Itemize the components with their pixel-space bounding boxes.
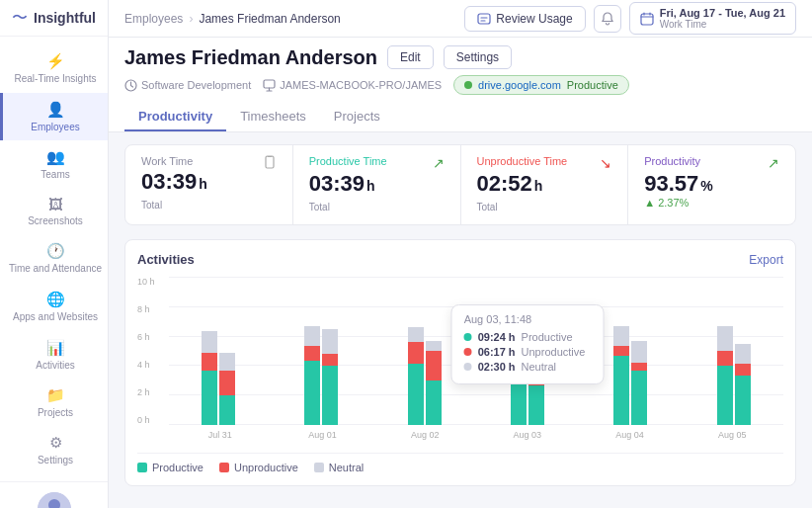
sidebar-item-projects[interactable]: 📁 Projects [0,379,108,426]
bar-group-aug03: Aug 03, 11:48 09:24 h Productive 06:17 h [478,309,577,425]
employee-tabs: Productivity Timesheets Projects [124,103,796,131]
bar-unproductive [717,351,733,366]
teams-icon: 👥 [46,148,65,166]
edit-button[interactable]: Edit [387,45,434,69]
productive-time-label: Productive Time [309,155,387,167]
stat-card-work-time: Work Time 03:39 h Total [125,145,293,224]
tooltip-val-unproductive: 06:17 h [478,346,516,358]
productive-time-sub: Total [309,202,330,212]
bar-stack-1b [219,353,235,425]
real-time-icon: ⚡ [46,52,65,70]
sidebar-item-activities[interactable]: 📊 Activities [0,331,108,379]
tooltip-dot-productive [464,333,472,341]
sidebar-nav: ⚡ Real-Time Insights 👤 Employees 👥 Teams… [0,37,108,481]
bar-group-jul31 [169,331,268,425]
stat-card-unproductive-time: Unproductive Time ↘ 02:52 h Total [461,145,629,224]
svg-rect-7 [266,156,274,168]
bar-unproductive [613,346,629,356]
bar-stack-6b [735,344,751,425]
bar-productive [735,376,751,425]
bar-stack-5a [613,326,629,425]
sidebar-item-employees[interactable]: 👤 Employees [0,93,108,140]
active-url: drive.google.com [478,79,561,91]
bars-area: Aug 03, 11:48 09:24 h Productive 06:17 h [169,277,783,425]
sidebar-item-label: Time and Attendance [9,263,102,275]
bar-stack-1a [202,331,217,425]
breadcrumb: Employees › James Friedman Anderson [124,12,341,26]
tab-timesheets[interactable]: Timesheets [226,103,320,131]
employee-header: James Friedman Anderson Edit Settings So… [109,38,812,132]
export-button[interactable]: Export [749,253,783,267]
apps-icon: 🌐 [46,291,65,308]
tooltip-lbl-unproductive: Unproductive [522,346,586,358]
active-status: Productive [567,79,618,91]
productivity-trend-icon: ↗ [768,155,779,171]
bar-productive [202,371,217,425]
work-time-sub: Total [141,200,162,211]
bar-neutral [219,353,235,371]
sidebar-item-screenshots[interactable]: 🖼 Screenshots [0,188,108,234]
sidebar-item-label: Settings [38,455,73,466]
chart-legend: Productive Unproductive Neutral [137,453,783,473]
bar-neutral [717,326,733,351]
app-logo[interactable]: 〜 Insightful [0,0,108,37]
tooltip-row-neutral: 02:30 h Neutral [464,361,592,373]
sidebar-item-label: Teams [41,169,69,180]
sidebar-item-teams[interactable]: 👥 Teams [0,140,108,188]
unproductive-time-label: Unproductive Time [477,155,568,167]
y-label-2h: 2 h [137,387,169,397]
breadcrumb-parent[interactable]: Employees [124,12,183,26]
screenshots-icon: 🖼 [48,196,63,212]
tooltip-val-productive: 09:24 h [478,331,516,343]
legend-label-productive: Productive [152,462,203,473]
sidebar-item-label: Projects [38,407,73,418]
sidebar-item-label: Real-Time Insights [15,73,97,85]
chart-tooltip: Aug 03, 11:48 09:24 h Productive 06:17 h [451,304,605,384]
bar-group-aug05 [685,326,783,425]
sidebar-item-time-attendance[interactable]: 🕐 Time and Attendance [0,234,108,283]
date-range-picker[interactable]: Fri, Aug 17 - Tue, Aug 21 Work Time [629,2,796,35]
notification-bell-button[interactable] [594,5,621,33]
bar-productive [426,381,442,425]
sidebar-item-settings[interactable]: ⚙ Settings [0,426,108,473]
review-icon [477,12,491,26]
bar-productive [408,364,424,425]
x-label-aug02: Aug 02 [373,430,476,440]
settings-button[interactable]: Settings [444,45,512,69]
active-app-badge: drive.google.com Productive [453,75,629,95]
productive-trend-icon: ↗ [433,155,445,171]
tooltip-val-neutral: 02:30 h [478,361,516,373]
sidebar-item-label: Activities [36,360,74,371]
svg-rect-4 [641,14,653,25]
top-header: Employees › James Friedman Anderson Revi… [109,0,812,38]
bar-neutral [304,326,320,346]
projects-icon: 📁 [46,386,65,404]
legend-unproductive: Unproductive [219,462,298,473]
legend-productive: Productive [137,462,203,473]
bars-container: Aug 03, 11:48 09:24 h Productive 06:17 h [169,277,783,445]
productive-time-unit: h [366,178,375,194]
chart-title: Activities [137,252,195,267]
bar-neutral [426,341,442,351]
sidebar-item-real-time[interactable]: ⚡ Real-Time Insights [0,44,108,93]
bar-stack-2b [322,329,338,425]
bar-neutral [202,331,217,353]
legend-dot-productive [137,463,147,472]
breadcrumb-separator: › [189,12,193,26]
productive-time-value: 03:39 [309,171,365,197]
unproductive-time-sub: Total [477,202,498,212]
bar-productive [304,361,320,425]
bar-unproductive [426,351,442,381]
date-badge-text: Fri, Aug 17 - Tue, Aug 21 Work Time [660,7,785,30]
review-usage-button[interactable]: Review Usage [464,6,585,32]
content-area: Work Time 03:39 h Total Productive Time … [109,132,812,508]
tooltip-row-productive: 09:24 h Productive [464,331,592,343]
tooltip-dot-unproductive [464,348,472,356]
bar-productive [322,366,338,425]
y-label-6h: 6 h [137,332,169,342]
tab-projects[interactable]: Projects [320,103,394,131]
sidebar-item-apps-websites[interactable]: 🌐 Apps and Websites [0,283,108,331]
bar-neutral [735,344,751,364]
logo-text: Insightful [34,10,96,26]
tab-productivity[interactable]: Productivity [124,103,226,131]
